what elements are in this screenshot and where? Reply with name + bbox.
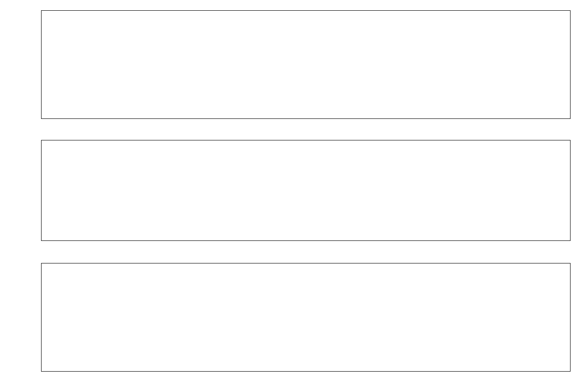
figure (5, 5, 583, 381)
subplot-1 (41, 10, 571, 119)
line-series-3 (42, 263, 570, 371)
subplot-2 (41, 140, 571, 241)
line-series-2 (42, 140, 570, 240)
subplot-3 (41, 263, 571, 372)
line-series-1 (42, 11, 570, 118)
